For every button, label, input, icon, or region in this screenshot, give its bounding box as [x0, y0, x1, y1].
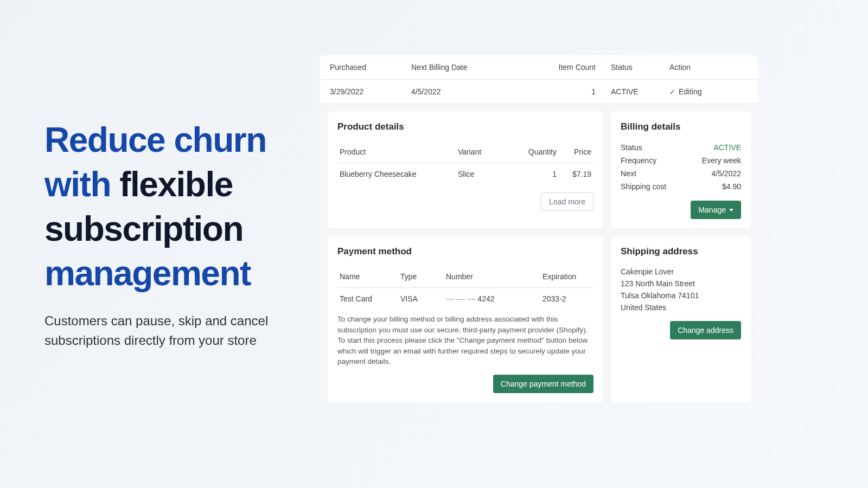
th-number: Number [446, 272, 542, 281]
ship-line-country: United States [621, 301, 741, 313]
payment-method-title: Payment method [337, 246, 593, 257]
th-variant: Variant [456, 141, 521, 163]
status-value: ACTIVE [596, 87, 661, 96]
td-expiration: 2033-2 [542, 294, 591, 303]
next-billing-value: 4/5/2022 [411, 87, 552, 96]
th-quantity: Quantity [521, 141, 559, 163]
action-cell[interactable]: ✓ Editing [661, 87, 749, 96]
billing-details-title: Billing details [621, 121, 741, 132]
col-header-count: Item Count [552, 63, 596, 72]
shipping-address-card: Shipping address Cakenpie Lover 123 Nort… [611, 236, 751, 402]
ship-line-street: 123 North Main Street [621, 278, 741, 290]
summary-bar: Purchased Next Billing Date Item Count S… [320, 55, 758, 104]
caret-down-icon [729, 209, 733, 211]
td-price: $7.19 [559, 163, 593, 185]
subscription-panel: Purchased Next Billing Date Item Count S… [320, 55, 758, 402]
check-icon: ✓ [669, 88, 675, 96]
payment-note: To change your billing method or billing… [337, 314, 593, 367]
hero-subtitle: Customers can pause, skip and cancel sub… [44, 311, 305, 350]
billing-label: Shipping cost [621, 182, 666, 191]
change-address-button[interactable]: Change address [670, 321, 741, 339]
td-name: Test Card [340, 294, 400, 303]
billing-label: Frequency [621, 156, 656, 165]
product-details-title: Product details [337, 121, 593, 132]
th-price: Price [559, 141, 593, 163]
manage-button[interactable]: Manage [691, 201, 741, 219]
billing-value: 4/5/2022 [712, 169, 742, 178]
item-count-value: 1 [552, 87, 596, 96]
td-number: ···· ···· ···· 4242 [446, 294, 542, 303]
payment-data-row: Test Card VISA ···· ···· ···· 4242 2033-… [337, 288, 593, 310]
billing-row-frequency: Frequency Every week [621, 154, 741, 167]
col-header-status: Status [596, 63, 661, 72]
th-expiration: Expiration [542, 272, 591, 281]
col-header-action: Action [661, 63, 749, 72]
th-type: Type [400, 272, 446, 281]
ship-line-name: Cakenpie Lover [621, 266, 741, 278]
hero: Reduce churn with flexible subscription … [44, 118, 305, 350]
product-details-card: Product details Product Variant Quantity… [328, 112, 603, 229]
billing-value: Every week [702, 156, 741, 165]
billing-value: $4.90 [722, 182, 741, 191]
billing-details-card: Billing details Status ACTIVE Frequency … [611, 112, 751, 229]
billing-row-status: Status ACTIVE [621, 141, 741, 154]
shipping-address-title: Shipping address [621, 246, 741, 257]
billing-row-next: Next 4/5/2022 [621, 167, 741, 180]
product-table-header: Product Variant Quantity Price [337, 141, 593, 163]
payment-table: Name Type Number Expiration Test Card VI… [337, 266, 593, 310]
billing-row-shipcost: Shipping cost $4.90 [621, 180, 741, 193]
load-more-button[interactable]: Load more [541, 192, 593, 211]
hero-title: Reduce churn with flexible subscription … [44, 118, 305, 296]
payment-method-card: Payment method Name Type Number Expirati… [328, 236, 603, 402]
product-row: Blueberry Cheesecake Slice 1 $7.19 [337, 163, 593, 185]
manage-label: Manage [698, 206, 726, 214]
td-variant: Slice [456, 163, 521, 185]
col-header-purchased: Purchased [330, 63, 411, 72]
billing-label: Status [621, 143, 642, 152]
td-product: Blueberry Cheesecake [337, 163, 456, 185]
th-name: Name [340, 272, 400, 281]
change-payment-button[interactable]: Change payment method [493, 375, 593, 393]
payment-header-row: Name Type Number Expiration [337, 266, 593, 288]
billing-value-active: ACTIVE [713, 143, 741, 152]
summary-data-row: 3/29/2022 4/5/2022 1 ACTIVE ✓ Editing [320, 80, 758, 104]
td-type: VISA [400, 294, 446, 303]
hero-line2b: management [44, 254, 251, 293]
th-product: Product [337, 141, 456, 163]
billing-label: Next [621, 169, 636, 178]
purchased-value: 3/29/2022 [330, 87, 411, 96]
td-quantity: 1 [521, 163, 559, 185]
summary-header-row: Purchased Next Billing Date Item Count S… [320, 55, 758, 80]
product-table: Product Variant Quantity Price Blueberry… [337, 141, 593, 185]
ship-line-city: Tulsa Oklahoma 74101 [621, 290, 741, 301]
col-header-next: Next Billing Date [411, 63, 552, 72]
action-label: Editing [679, 87, 702, 96]
